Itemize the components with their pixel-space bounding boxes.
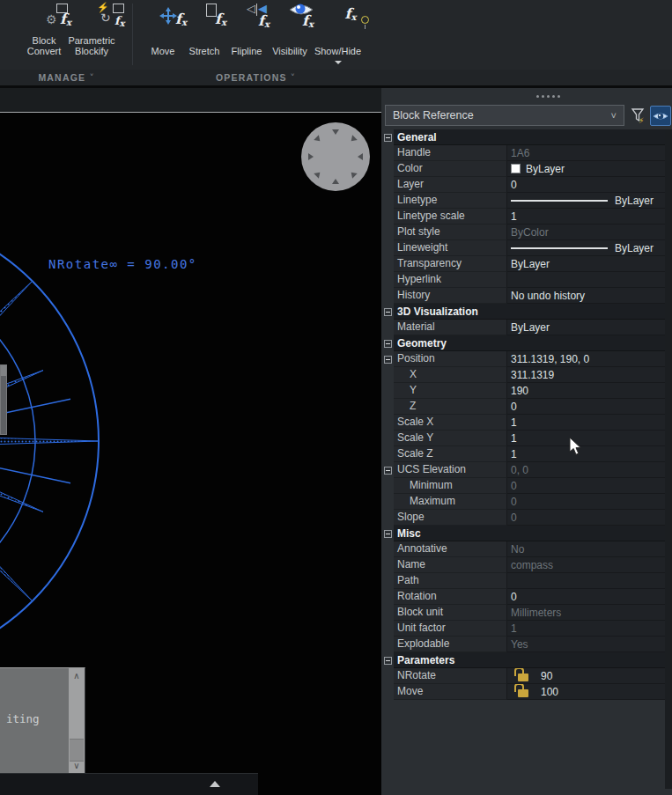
show-hide-dropdown-arrow[interactable] [335, 61, 342, 64]
property-value[interactable]: 311.1319 [507, 367, 665, 383]
property-row-scale-z[interactable]: Scale Z1 [381, 446, 665, 462]
group-manage[interactable]: MANAGE ˅ [26, 72, 106, 83]
property-value[interactable]: ByColor [507, 225, 665, 240]
property-value[interactable]: ByLayer [507, 256, 665, 272]
property-value[interactable]: 1 [507, 446, 665, 462]
property-value[interactable]: 0 [507, 589, 665, 605]
property-row-linetype-scale[interactable]: Linetype scale1 [381, 209, 665, 225]
property-row-handle[interactable]: Handle1A6 [381, 145, 665, 161]
section-header-3d-visualization[interactable]: 3D Visualization [381, 304, 665, 320]
property-row-minimum[interactable]: Minimum0 [381, 478, 665, 494]
color-swatch[interactable] [511, 164, 521, 173]
docked-palette-edge[interactable] [0, 364, 7, 435]
collapse-icon[interactable] [384, 657, 392, 665]
command-bar-edge[interactable] [0, 773, 258, 795]
property-value[interactable]: 1 [507, 621, 665, 637]
property-value[interactable]: 0 [507, 478, 665, 494]
property-row-ucs-elevation[interactable]: UCS Elevation0, 0 [381, 462, 665, 478]
property-row-rotation[interactable]: Rotation0 [381, 589, 665, 605]
filter-selection-button[interactable]: ⚡ [628, 106, 647, 126]
property-value[interactable]: 1 [507, 431, 665, 446]
property-value[interactable]: 0 [507, 399, 665, 415]
property-row-scale-x[interactable]: Scale X1 [381, 415, 665, 431]
stretch-button[interactable]: fx Stretch [182, 2, 226, 67]
property-value[interactable]: 0, 0 [507, 462, 665, 478]
expand-up-icon[interactable] [210, 781, 220, 787]
text-window-scrollbar[interactable]: ∧ ∨ [69, 668, 85, 773]
property-value[interactable] [507, 573, 665, 589]
property-value[interactable]: 0 [507, 494, 665, 510]
show-hide-button[interactable]: fx Show/Hide [313, 2, 363, 67]
section-header-geometry[interactable]: Geometry [381, 335, 665, 351]
property-row-hyperlink[interactable]: Hyperlink [381, 272, 665, 288]
property-row-annotative[interactable]: AnnotativeNo [381, 541, 665, 557]
property-row-color[interactable]: ColorByLayer [381, 161, 665, 177]
property-value[interactable]: ByLayer [507, 320, 665, 335]
property-row-block-unit[interactable]: Block unitMillimeters [381, 605, 665, 621]
section-header-parameters[interactable]: Parameters [381, 652, 665, 668]
collapse-icon[interactable] [384, 340, 392, 348]
toggle-value-button[interactable] [650, 106, 671, 126]
collapse-icon[interactable] [384, 308, 392, 316]
property-value[interactable] [507, 272, 665, 288]
group-operations[interactable]: OPERATIONS ˅ [201, 72, 310, 83]
property-row-move[interactable]: Move100 [381, 684, 665, 700]
block-convert-button[interactable]: ⚙ fx Block Convert [23, 2, 65, 67]
property-row-linetype[interactable]: LinetypeByLayer [381, 193, 665, 209]
property-value[interactable]: ByLayer [507, 240, 665, 256]
property-value[interactable]: Yes [507, 637, 665, 652]
property-row-unit-factor[interactable]: Unit factor1 [381, 621, 665, 637]
property-row-y[interactable]: Y190 [381, 383, 665, 399]
property-value[interactable]: ByLayer [507, 193, 665, 209]
scroll-up-icon[interactable]: ∧ [69, 668, 85, 683]
move-button[interactable]: fx Move [143, 2, 183, 67]
property-value[interactable]: 311.1319, 190, 0 [507, 351, 665, 367]
property-row-maximum[interactable]: Maximum0 [381, 494, 665, 510]
property-row-history[interactable]: HistoryNo undo history [381, 288, 665, 304]
property-row-layer[interactable]: Layer0 [381, 177, 665, 193]
parametric-blockify-button[interactable]: ⚡ ↻ fx Parametric Blockify [65, 2, 118, 67]
property-value[interactable]: 1A6 [507, 145, 665, 161]
property-row-name[interactable]: Namecompass [381, 557, 665, 573]
property-row-nrotate[interactable]: NRotate90 [381, 668, 665, 684]
collapse-icon[interactable] [384, 356, 392, 364]
property-row-material[interactable]: MaterialByLayer [381, 320, 665, 335]
property-value[interactable]: 1 [507, 209, 665, 225]
navigation-wheel-icon[interactable] [300, 121, 371, 192]
property-value[interactable]: 190 [507, 383, 665, 399]
property-row-x[interactable]: X311.1319 [381, 367, 665, 383]
property-value[interactable]: 90 [507, 668, 665, 684]
property-value[interactable]: 100 [507, 684, 665, 700]
object-type-dropdown[interactable]: Block Reference ˅ [385, 105, 624, 126]
property-row-plot-style[interactable]: Plot styleByColor [381, 225, 665, 240]
command-text-window[interactable]: iting ∧ ∨ [0, 667, 85, 773]
property-row-explodable[interactable]: ExplodableYes [381, 637, 665, 652]
palette-scrollbar[interactable] [665, 129, 672, 789]
property-row-slope[interactable]: Slope0 [381, 510, 665, 526]
scroll-down-icon[interactable]: ∨ [69, 758, 85, 773]
collapse-icon[interactable] [384, 467, 392, 475]
palette-grip[interactable] [536, 95, 560, 98]
flipline-button[interactable]: ◁ ◀ fx Flipline [225, 2, 268, 67]
property-value[interactable]: 0 [507, 510, 665, 526]
section-header-general[interactable]: General [381, 129, 665, 145]
drawing-canvas[interactable]: NRotate∞ = 90.00° iting ∧ ∨ [0, 112, 381, 795]
row-gutter [381, 431, 394, 446]
property-value[interactable]: compass [507, 557, 665, 573]
property-row-transparency[interactable]: TransparencyByLayer [381, 256, 665, 272]
property-row-path[interactable]: Path [381, 573, 665, 589]
property-value[interactable]: No [507, 541, 665, 557]
property-value[interactable]: No undo history [507, 288, 665, 304]
property-value[interactable]: 1 [507, 415, 665, 431]
property-row-lineweight[interactable]: LineweightByLayer [381, 240, 665, 256]
section-header-misc[interactable]: Misc [381, 526, 665, 541]
property-row-position[interactable]: Position311.1319, 190, 0 [381, 351, 665, 367]
visibility-button[interactable]: fx Visibility [267, 2, 313, 67]
collapse-icon[interactable] [384, 134, 392, 142]
property-value[interactable]: 0 [507, 177, 665, 193]
property-row-scale-y[interactable]: Scale Y1 [381, 431, 665, 446]
property-value[interactable]: Millimeters [507, 605, 665, 621]
collapse-icon[interactable] [384, 530, 392, 538]
property-value[interactable]: ByLayer [507, 161, 665, 177]
property-row-z[interactable]: Z0 [381, 399, 665, 415]
